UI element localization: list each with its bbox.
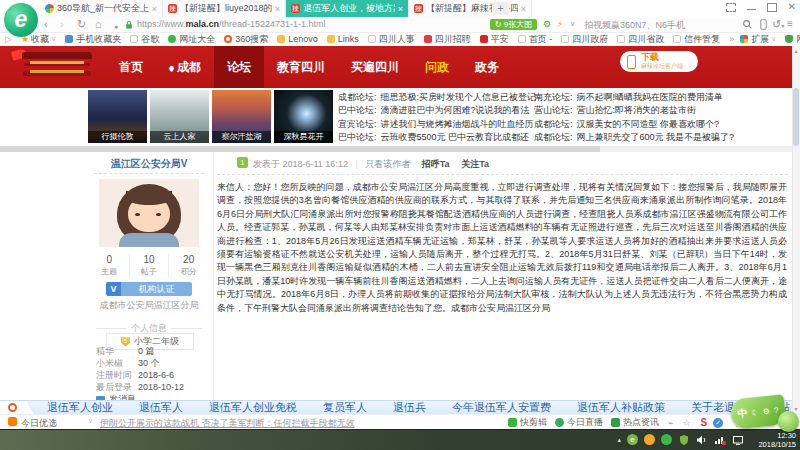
nav-home[interactable]: 首页 [106,46,156,88]
volume-icon[interactable] [696,434,708,446]
bookmark-item[interactable]: 平安 [480,33,509,46]
greet-link[interactable]: 招呼Ta [422,159,450,169]
url-text[interactable]: https://www.mala.cn/thread-15224731-1-1.… [137,19,326,29]
bookmark-folder[interactable]: Links [327,34,359,44]
chevron-down-icon[interactable]: ∨ [88,417,93,425]
search-icon[interactable] [742,19,753,30]
headline-link[interactable]: 营山论坛:营山拾忆:即将消失的老盐市街 [534,104,734,117]
tab-close-icon[interactable]: × [275,4,280,14]
headline-link[interactable]: 巴中论坛:云班收费5500元 巴中云教育比成都还 [338,131,536,144]
headline-link[interactable]: 南充论坛:病不起啊!晒晒我妈在医院的费用清单 [534,91,734,104]
back-icon[interactable]: ‹ [44,17,48,31]
nav-forum[interactable]: 论坛 [214,46,264,88]
forward-icon[interactable]: › [60,17,64,31]
phone-mode-icon[interactable] [758,19,769,30]
tool-label[interactable]: 热点资讯 [623,416,659,429]
security-tray-icon[interactable] [661,434,672,445]
stat-credits[interactable]: 20积分 [169,254,208,277]
lightning-icon[interactable]: ⚡ [557,17,563,31]
photo-thumbnail[interactable]: 云上人家 [150,90,209,143]
bookmark-item[interactable]: 四川人事 [368,33,415,46]
bookmark-item[interactable]: 四川政府 [561,33,608,46]
nav-service[interactable]: 政务 [462,46,512,88]
extensions-button[interactable]: 扩展∨ [740,33,776,46]
tab-close-icon[interactable]: × [152,4,157,14]
tab-liuye-post[interactable]: 辣 【新提醒】liuye2018的帖子 - 麻 × [163,0,286,17]
ime-settings-icon[interactable]: ⚙ [762,406,770,416]
only-author-link[interactable]: 只看该作者 [365,159,410,169]
bookmark-item[interactable]: 信件管复 [673,33,720,46]
ime-status-panel[interactable]: 中 ☾ ⚙ ? [731,394,799,438]
tab-360-nav[interactable]: 360导航_新一代安全上网导航 × [40,0,163,17]
avatar[interactable] [99,179,199,247]
browser-360-logo-icon[interactable]: e [4,3,38,37]
maximize-icon[interactable] [767,3,777,12]
input-status-icon[interactable]: ✓ [713,418,723,428]
ebank-button[interactable]: 网银∨ [785,33,800,46]
follow-link[interactable]: 关注Ta [461,159,489,169]
verified-org-badge[interactable]: V 机构认证 [106,282,192,296]
tab-current-thread[interactable]: 辣 退伍军人创业，被地方黑恶势力 × [286,0,409,17]
menu-icon[interactable]: ≡ [787,17,793,31]
browser-tray-icon[interactable]: e [627,434,638,445]
close-icon[interactable]: ✕ [788,2,796,12]
tool-label[interactable]: 快剪辑 [520,416,547,429]
nav-education[interactable]: 教育四川 [264,46,338,88]
bookmarks-overflow-icon[interactable]: » [729,34,734,44]
tab-mala-forum[interactable]: 辣 【新提醒】麻辣社区-四川论坛 × [409,0,532,17]
photo-thumbnail[interactable]: 察尔汗盐湖 [212,90,271,143]
tool-label[interactable]: 今日直播 [567,416,603,429]
stat-threads[interactable]: 0主题 [90,254,130,277]
hot-news-icon[interactable] [611,418,620,427]
skin-layout-icon[interactable] [726,3,736,12]
minimize-icon[interactable] [747,9,756,10]
nav-wenzheng[interactable]: 问政 [412,46,462,88]
nav-shopping[interactable]: 买遍四川 [338,46,412,88]
undo-history-icon[interactable]: ↺▾ [772,17,784,33]
gear-icon[interactable]: ⚙ [543,17,551,31]
related-link[interactable]: 退伍军人创业免税 [196,400,310,415]
bookmark-item[interactable]: 手机收藏夹 [65,33,121,46]
photo-thumbnail[interactable]: 行摄伦敦 [88,90,147,143]
vertical-scrollbar-thumb[interactable] [793,88,799,146]
headline-link[interactable]: 成都论坛:汉服美女的不同造型 你最喜欢哪个? [534,118,734,131]
network-icon[interactable] [714,434,726,446]
tab-close-icon[interactable]: × [521,4,526,14]
nav-city[interactable]: 成都 [156,46,214,88]
bookmark-item[interactable]: 四川省政 [617,33,664,46]
bookmark-item[interactable]: 网址大全 [168,33,215,46]
stat-posts[interactable]: 10帖子 [130,254,170,277]
alarm-icon[interactable] [644,434,655,445]
ime-moon-icon[interactable]: ☾ [751,407,759,417]
headline-link[interactable]: 成都论坛:细思恐极:买房时发现个人信息已被登记 [338,91,536,104]
related-link[interactable]: 今年退伍军人安置费 [439,400,564,415]
scroll-up-arrow-icon[interactable]: ▴ [792,47,800,54]
related-link[interactable]: 退伍军人补贴政策 [564,400,678,415]
new-tab-button[interactable]: + [492,2,509,15]
photo-thumbnail[interactable]: 深秋昙花开 [274,90,333,143]
sogou-icon[interactable]: S [701,417,708,428]
home-icon[interactable]: ⌂ [95,17,102,31]
bookmark-item[interactable]: 360搜索 [224,33,268,46]
headline-link[interactable]: 宜宾论坛:讲述我们与烧烤摊油烟战斗的吐血经历 [338,118,536,131]
related-link[interactable]: 退伍兵 [380,400,439,415]
bookmark-folder[interactable]: Lenovo [277,34,318,44]
ime-chinese-mode[interactable]: 中 [737,406,748,421]
app-download-button[interactable]: 下载 麻辣论坛客户端 [620,51,698,72]
hidden-icons-chevron[interactable]: ▴ [617,436,621,444]
related-link[interactable]: 退伍军人 [126,400,196,415]
big-images-badge[interactable]: ↻ 9张大图 [490,19,537,30]
bookmark-item[interactable]: 四川招聘 [424,33,471,46]
https-lock-icon[interactable] [124,20,134,30]
share-icon[interactable]: ⌁ [668,418,673,428]
shield-icon[interactable] [678,434,690,446]
ime-help-icon[interactable]: ? [773,405,778,414]
hotword-text[interactable]: 拍视频赢360N7、N6手机 [584,19,685,31]
related-link[interactable]: 退伍军人创业 [34,400,126,415]
live-icon[interactable] [555,418,564,427]
star-icon[interactable]: ☆ [682,418,690,428]
headline-link[interactable]: 成都论坛:网上兼职先交了600元 我是不是被骗了? [534,131,734,144]
quick-edit-icon[interactable] [508,418,517,427]
author-username[interactable]: 温江区公安分局V [85,157,213,171]
headline-link[interactable]: 巴中论坛:滴滴进驻巴中为何困难?说说我的看法 [338,104,536,117]
